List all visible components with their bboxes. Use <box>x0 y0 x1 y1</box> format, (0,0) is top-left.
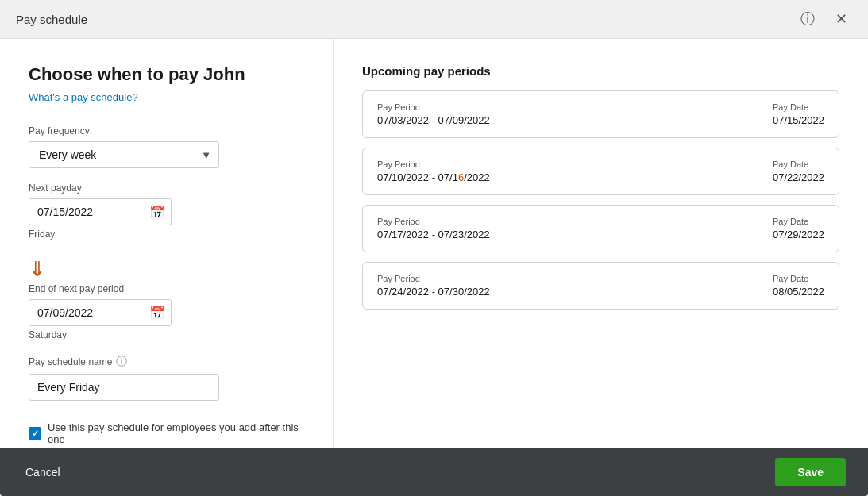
period-1-period-value: 07/03/2022 - 07/09/2022 <box>377 114 490 126</box>
next-payday-label: Next payday <box>29 183 304 194</box>
arrow-down-container: ⇓ <box>29 254 304 283</box>
default-schedule-checkbox[interactable]: ✓ <box>29 427 41 440</box>
pay-frequency-select[interactable]: Every week Every two weeks Twice a month… <box>29 141 219 168</box>
info-icon[interactable]: ⓘ <box>116 355 127 369</box>
schedule-name-input[interactable] <box>29 374 219 401</box>
end-of-period-label: End of next pay period <box>29 283 304 294</box>
default-schedule-checkbox-row: ✓ Use this pay schedule for employees yo… <box>29 421 304 445</box>
period-2-date-value: 07/22/2022 <box>773 171 824 183</box>
pay-frequency-label: Pay frequency <box>29 125 304 136</box>
pay-period-card-2: Pay Period 07/10/2022 - 07/16/2022 Pay D… <box>362 148 839 195</box>
end-of-period-field: End of next pay period 📅 Saturday <box>29 283 304 340</box>
page-title: Choose when to pay John <box>29 64 304 85</box>
next-payday-input[interactable] <box>29 198 172 225</box>
period-1-date-value: 07/15/2022 <box>773 114 824 126</box>
period-3-period-label: Pay Period <box>377 217 490 226</box>
cancel-button[interactable]: Cancel <box>22 459 64 485</box>
period-4-period-value: 07/24/2022 - 07/30/2022 <box>377 286 490 298</box>
header-actions: ⓘ ✕ <box>797 8 852 30</box>
pay-period-card-4: Pay Period 07/24/2022 - 07/30/2022 Pay D… <box>362 262 839 310</box>
period-4-left: Pay Period 07/24/2022 - 07/30/2022 <box>377 274 490 298</box>
highlighted-digit: 6 <box>458 171 464 183</box>
end-of-period-hint: Saturday <box>29 329 304 340</box>
period-2-left: Pay Period 07/10/2022 - 07/16/2022 <box>377 160 490 183</box>
modal-body: Choose when to pay John What's a pay sch… <box>0 39 868 448</box>
period-3-left: Pay Period 07/17/2022 - 07/23/2022 <box>377 217 490 240</box>
period-3-right: Pay Date 07/29/2022 <box>773 217 824 240</box>
end-of-period-input[interactable] <box>29 299 172 326</box>
period-1-left: Pay Period 07/03/2022 - 07/09/2022 <box>377 102 490 126</box>
help-circle-icon: ⓘ <box>800 10 815 29</box>
right-panel: Upcoming pay periods Pay Period 07/03/20… <box>334 39 868 448</box>
next-payday-field: Next payday 📅 Friday <box>29 183 304 240</box>
modal-header: Pay schedule ⓘ ✕ <box>0 0 868 39</box>
end-of-period-input-wrapper: 📅 <box>29 299 172 326</box>
period-4-date-value: 08/05/2022 <box>773 286 824 298</box>
period-3-period-value: 07/17/2022 - 07/23/2022 <box>377 229 490 240</box>
save-button[interactable]: Save <box>775 458 846 486</box>
default-schedule-label: Use this pay schedule for employees you … <box>48 421 304 445</box>
period-1-right: Pay Date 07/15/2022 <box>773 102 824 126</box>
period-2-date-label: Pay Date <box>773 160 824 169</box>
period-3-date-value: 07/29/2022 <box>773 229 824 240</box>
modal-title: Pay schedule <box>16 13 87 26</box>
modal-container: Pay schedule ⓘ ✕ Choose when to pay John… <box>0 0 868 496</box>
period-2-right: Pay Date 07/22/2022 <box>773 160 824 183</box>
left-panel: Choose when to pay John What's a pay sch… <box>0 39 334 448</box>
period-4-period-label: Pay Period <box>377 274 490 283</box>
pay-frequency-field: Pay frequency Every week Every two weeks… <box>29 125 304 168</box>
period-2-period-value: 07/10/2022 - 07/16/2022 <box>377 171 490 183</box>
upcoming-title: Upcoming pay periods <box>362 64 839 78</box>
schedule-name-field: Pay schedule name ⓘ <box>29 355 304 401</box>
pay-period-card-3: Pay Period 07/17/2022 - 07/23/2022 Pay D… <box>362 205 839 252</box>
schedule-name-label: Pay schedule name ⓘ <box>29 355 304 369</box>
period-1-date-label: Pay Date <box>773 102 824 112</box>
period-3-date-label: Pay Date <box>773 217 824 226</box>
pay-frequency-select-wrapper: Every week Every two weeks Twice a month… <box>29 141 219 168</box>
modal-footer: Cancel Save <box>0 448 868 496</box>
checkmark-icon: ✓ <box>32 429 39 438</box>
period-4-right: Pay Date 08/05/2022 <box>773 274 824 298</box>
close-button[interactable]: ✕ <box>830 8 852 30</box>
next-payday-hint: Friday <box>29 229 304 240</box>
arrow-down-icon: ⇓ <box>29 257 46 282</box>
next-payday-input-wrapper: 📅 <box>29 198 172 225</box>
period-4-date-label: Pay Date <box>773 274 824 283</box>
close-icon: ✕ <box>835 10 847 28</box>
period-2-period-label: Pay Period <box>377 160 490 169</box>
help-button[interactable]: ⓘ <box>797 8 819 30</box>
period-1-period-label: Pay Period <box>377 102 490 112</box>
whats-pay-schedule-link[interactable]: What's a pay schedule? <box>29 91 304 103</box>
pay-period-card-1: Pay Period 07/03/2022 - 07/09/2022 Pay D… <box>362 90 839 138</box>
